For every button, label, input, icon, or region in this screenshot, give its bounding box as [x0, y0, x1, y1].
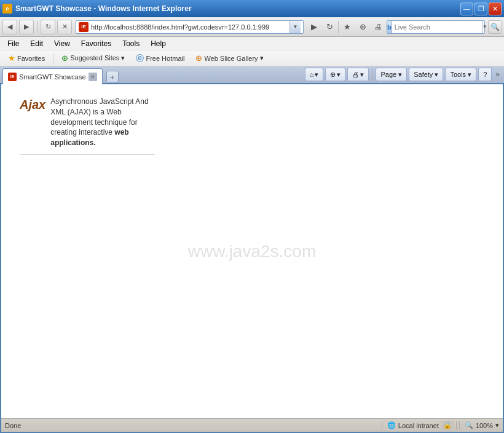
address-favicon: IE — [79, 22, 89, 32]
favorites-bar: ★ Favorites ⊕ Suggested Sites ▾ ⓔ Free H… — [0, 50, 504, 66]
safety-label: Safety ▾ — [414, 71, 438, 79]
home-dropdown-icon: ▾ — [315, 71, 318, 79]
toolbar-buttons: ⌂ ▾ ⊕ ▾ 🖨 ▾ Page ▾ Safety ▾ Tools ▾ — [305, 68, 502, 83]
menu-favorites[interactable]: Favorites — [76, 38, 116, 49]
tab-close-button[interactable]: ✕ — [89, 73, 97, 81]
address-bar: IE ▼ — [76, 20, 304, 34]
address-input[interactable] — [91, 23, 289, 31]
rss-button[interactable]: ⊕ — [356, 20, 369, 34]
forward-icon: ▶ — [24, 23, 29, 31]
home-button[interactable]: ⌂ ▾ — [305, 68, 324, 81]
safety-button[interactable]: Safety ▾ — [409, 68, 443, 81]
favorites-button[interactable]: ★ Favorites — [4, 52, 49, 65]
back-button[interactable]: ◀ — [2, 20, 17, 34]
new-tab-button[interactable]: + — [106, 71, 119, 83]
minimize-button[interactable]: — — [460, 2, 473, 15]
menu-file[interactable]: File — [2, 38, 24, 49]
zoom-control[interactable]: 🔍 100% ▾ — [459, 421, 499, 429]
help-button[interactable]: ? — [478, 68, 492, 81]
search-provider-dropdown[interactable]: ▼ — [482, 21, 487, 33]
refresh-button[interactable]: ↻ — [41, 20, 55, 34]
hotmail-icon: ⓔ — [136, 53, 144, 64]
star-icon: ★ — [8, 54, 15, 63]
go-to-button[interactable]: ▶ — [307, 20, 321, 34]
stop-button[interactable]: ✕ — [57, 20, 72, 34]
title-bar: e SmartGWT Showcase - Windows Internet E… — [0, 0, 504, 17]
refresh-icon: ↻ — [45, 23, 51, 31]
window-title: SmartGWT Showcase - Windows Internet Exp… — [15, 4, 192, 13]
search-magnifier-icon: 🔍 — [490, 23, 500, 31]
search-go-button[interactable]: 🔍 — [488, 20, 502, 34]
live-search-icon: b — [387, 23, 392, 31]
page-button[interactable]: Page ▾ — [376, 68, 407, 81]
lock-icon: 🔒 — [443, 421, 452, 429]
feeds-dropdown-icon: ▾ — [337, 71, 341, 79]
security-zone: 🌐 Local intranet — [382, 421, 439, 429]
feeds-button[interactable]: ⊕ ▾ — [325, 68, 345, 81]
zone-label: Local intranet — [398, 422, 439, 429]
title-bar-left: e SmartGWT Showcase - Windows Internet E… — [2, 4, 192, 14]
search-input[interactable] — [392, 23, 482, 31]
zoom-level: 100% — [476, 422, 493, 429]
close-button[interactable]: ✕ — [489, 2, 502, 15]
add-favorites-button[interactable]: ★ — [341, 20, 354, 34]
tools-label: Tools ▾ — [450, 71, 471, 79]
browser-window: e SmartGWT Showcase - Windows Internet E… — [0, 0, 504, 433]
stop-icon: ✕ — [62, 23, 68, 31]
print-icon: 🖨 — [352, 71, 359, 78]
zone-globe-icon: 🌐 — [387, 421, 396, 429]
web-slice-dropdown-icon: ▾ — [260, 54, 264, 62]
free-hotmail-button[interactable]: ⓔ Free Hotmail — [132, 51, 189, 66]
sep2 — [338, 21, 339, 33]
menu-help[interactable]: Help — [146, 38, 171, 49]
window-controls: — ❐ ✕ — [460, 2, 502, 15]
print-chrome-button[interactable]: 🖨 ▾ — [347, 68, 369, 81]
navigation-bar: ◀ ▶ ↻ ✕ IE ▼ ▶ ↻ ★ ⊕ 🖨 b ▼ � — [0, 17, 504, 37]
tab-row: IE SmartGWT Showcase ✕ + ⌂ ▾ ⊕ ▾ 🖨 ▾ Pag… — [0, 66, 504, 84]
zoom-icon: 🔍 — [465, 421, 473, 429]
page-label: Page ▾ — [380, 71, 402, 79]
web-slice-icon: ⊕ — [195, 54, 202, 63]
nav-separator — [37, 21, 37, 33]
suggested-sites-label: Suggested Sites ▾ — [70, 54, 125, 62]
refresh-page-button[interactable]: ↻ — [323, 20, 336, 34]
suggested-sites-icon: ⊕ — [61, 54, 68, 63]
status-bar: Done 🌐 Local intranet 🔒 🔍 100% ▾ — [1, 418, 503, 432]
menu-view[interactable]: View — [49, 38, 75, 49]
feeds-icon: ⊕ — [330, 71, 336, 79]
restore-button[interactable]: ❐ — [474, 2, 487, 15]
address-dropdown-button[interactable]: ▼ — [289, 21, 301, 33]
watermark: www.java2s.com — [188, 242, 317, 261]
browser-icon: e — [2, 4, 12, 14]
tab-smartgwt[interactable]: IE SmartGWT Showcase ✕ — [2, 68, 103, 84]
forward-button[interactable]: ▶ — [19, 20, 34, 34]
web-slice-gallery-label: Web Slice Gallery — [204, 55, 258, 62]
browser-content: Ajax Asynchronous JavaScript And XML (AJ… — [0, 84, 504, 433]
suggested-sites-button[interactable]: ⊕ Suggested Sites ▾ — [57, 52, 129, 65]
print-dropdown-icon: ▾ — [360, 71, 364, 79]
ajax-section: Ajax Asynchronous JavaScript And XML (AJ… — [20, 97, 155, 148]
toolbar-more-button[interactable]: » — [494, 70, 502, 79]
menu-bar: File Edit View Favorites Tools Help — [0, 37, 504, 50]
fav-separator — [53, 54, 53, 63]
print-button[interactable]: 🖨 — [371, 20, 385, 34]
zoom-dropdown-icon: ▾ — [495, 421, 499, 429]
favorites-label: Favorites — [17, 55, 45, 62]
content-area: Ajax Asynchronous JavaScript And XML (AJ… — [1, 84, 503, 418]
security-status[interactable]: 🔒 — [441, 421, 454, 431]
help-label: ? — [483, 71, 487, 78]
tools-chrome-button[interactable]: Tools ▾ — [445, 68, 476, 81]
tab-label: SmartGWT Showcase — [19, 73, 86, 81]
back-icon: ◀ — [7, 23, 12, 31]
status-sep — [456, 421, 457, 430]
search-provider-icon: b — [387, 21, 392, 33]
ajax-description: Asynchronous JavaScript And XML (AJAX) i… — [50, 97, 155, 148]
menu-tools[interactable]: Tools — [117, 38, 144, 49]
chrome-separator — [372, 68, 372, 81]
tab-favicon: IE — [8, 73, 17, 81]
menu-edit[interactable]: Edit — [25, 38, 48, 49]
search-bar: b ▼ — [387, 20, 485, 34]
ajax-content-box: Ajax Asynchronous JavaScript And XML (AJ… — [20, 97, 155, 155]
web-slice-gallery-button[interactable]: ⊕ Web Slice Gallery ▾ — [191, 52, 267, 65]
tab-list: IE SmartGWT Showcase ✕ + — [2, 68, 119, 83]
